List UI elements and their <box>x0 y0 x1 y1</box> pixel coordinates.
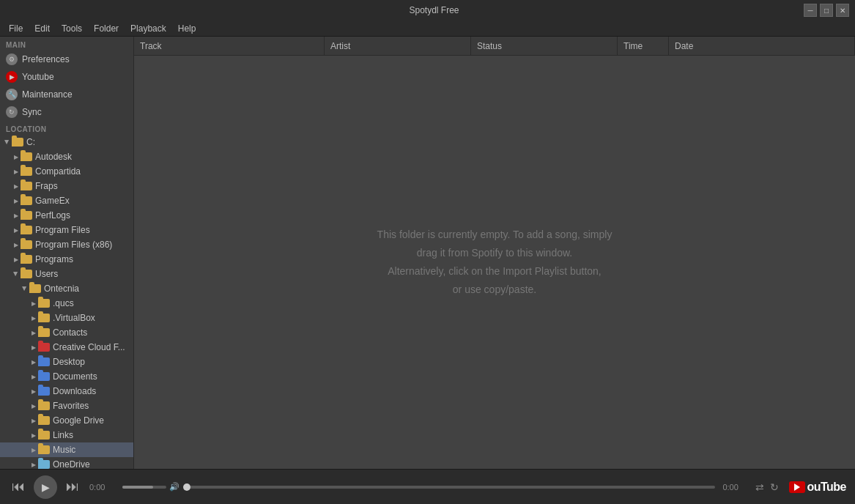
arrow-documents: ▶ <box>29 372 38 381</box>
folder-favorites <box>38 401 50 410</box>
play-button[interactable]: ▶ <box>34 475 57 499</box>
folder-users <box>21 270 32 278</box>
empty-state: This folder is currently empty. To add a… <box>134 56 855 469</box>
tree-gameex[interactable]: ▶ GameEx <box>0 193 133 208</box>
time-end: 0:00 <box>722 483 748 492</box>
youtube-label: Youtube <box>22 72 54 82</box>
player-bar: ⏮ ▶ ⏭ 0:00 🔊 0:00 ⇄ ↻ ouTube <box>0 469 855 504</box>
folder-perflogs <box>21 211 32 220</box>
window-controls[interactable]: ─ □ ✕ <box>804 4 849 17</box>
folder-program-files <box>21 226 32 234</box>
tree-google-drive[interactable]: ▶ Google Drive <box>0 413 133 428</box>
repeat-button[interactable]: ↻ <box>770 481 779 493</box>
tree-perflogs[interactable]: ▶ PerfLogs <box>0 208 133 223</box>
arrow-program-files-x86: ▶ <box>12 240 21 249</box>
sidebar-scroll[interactable]: MAIN ⚙ Preferences ▶ Youtube 🔧 Maintenan… <box>0 37 133 469</box>
tree-program-files-x86[interactable]: ▶ Program Files (x86) <box>0 237 133 252</box>
arrow-virtualbox: ▶ <box>29 314 38 322</box>
minimize-button[interactable]: ─ <box>804 4 817 17</box>
col-status: Status <box>471 37 618 55</box>
tree-programs[interactable]: ▶ Programs <box>0 252 133 267</box>
arrow-google-drive: ▶ <box>29 416 38 425</box>
youtube-logo: ouTube <box>789 481 846 494</box>
tree-compartida[interactable]: ▶ Compartida <box>0 164 133 179</box>
tree-downloads[interactable]: ▶ Downloads <box>0 384 133 399</box>
tree-ontecnia[interactable]: ▶ Ontecnia <box>0 281 133 296</box>
main-layout: MAIN ⚙ Preferences ▶ Youtube 🔧 Maintenan… <box>0 37 855 469</box>
arrow-downloads: ▶ <box>29 387 38 396</box>
arrow-perflogs: ▶ <box>12 211 21 220</box>
menu-help[interactable]: Help <box>172 22 202 35</box>
col-track: Track <box>134 37 325 55</box>
menu-edit[interactable]: Edit <box>29 22 56 35</box>
arrow-creative-cloud: ▶ <box>29 343 38 352</box>
tree-documents[interactable]: ▶ Documents <box>0 369 133 384</box>
folder-ontecnia <box>29 284 41 293</box>
tree-favorites[interactable]: ▶ Favorites <box>0 399 133 413</box>
maximize-button[interactable]: □ <box>820 4 833 17</box>
player-controls: ⏮ ▶ ⏭ <box>9 475 82 499</box>
tree-contacts[interactable]: ▶ Contacts <box>0 325 133 340</box>
prev-button[interactable]: ⏮ <box>9 478 28 496</box>
menu-file[interactable]: File <box>3 22 29 35</box>
tree-users[interactable]: ▶ Users <box>0 267 133 281</box>
sidebar-item-youtube[interactable]: ▶ Youtube <box>0 68 133 86</box>
yt-icon <box>789 481 805 493</box>
folder-music <box>38 445 50 454</box>
close-button[interactable]: ✕ <box>836 4 849 17</box>
tree-desktop[interactable]: ▶ Desktop <box>0 355 133 369</box>
yt-play-triangle <box>794 483 800 491</box>
folder-autodesk <box>21 152 32 161</box>
tree-creative-cloud[interactable]: ▶ Creative Cloud F... <box>0 340 133 355</box>
volume-area: 🔊 <box>122 482 179 492</box>
folder-qucs <box>38 299 50 308</box>
arrow-compartida: ▶ <box>12 167 21 176</box>
folder-icon-c <box>12 138 23 147</box>
arrow-gameex: ▶ <box>12 196 21 205</box>
window-title: Spotydl Free <box>64 5 804 15</box>
tree-autodesk[interactable]: ▶ Autodesk <box>0 149 133 164</box>
folder-google-drive <box>38 416 50 425</box>
arrow-music: ▶ <box>29 445 38 454</box>
folder-downloads <box>38 387 50 396</box>
volume-bar[interactable] <box>122 486 166 489</box>
maintenance-label: Maintenance <box>22 89 73 100</box>
tree-music[interactable]: ▶ Music <box>0 442 133 457</box>
col-artist: Artist <box>325 37 471 55</box>
youtube-icon: ▶ <box>6 71 18 83</box>
main-section-label: MAIN <box>0 37 133 51</box>
next-button[interactable]: ⏭ <box>63 478 82 496</box>
time-start: 0:00 <box>89 483 115 492</box>
arrow-favorites: ▶ <box>29 401 38 410</box>
tree-onedrive[interactable]: ▶ OneDrive <box>0 457 133 469</box>
menu-bar: File Edit Tools Folder Playback Help <box>0 21 855 37</box>
arrow-desktop: ▶ <box>29 357 38 366</box>
arrow-ontecnia: ▶ <box>21 284 29 293</box>
tree-links[interactable]: ▶ Links <box>0 428 133 442</box>
folder-onedrive <box>38 460 50 469</box>
gear-icon: ⚙ <box>6 53 18 65</box>
menu-folder[interactable]: Folder <box>88 22 125 35</box>
arrow-program-files: ▶ <box>12 226 21 234</box>
tree-program-files[interactable]: ▶ Program Files <box>0 223 133 237</box>
shuffle-button[interactable]: ⇄ <box>755 481 764 493</box>
arrow-links: ▶ <box>29 431 38 440</box>
player-extra: ⇄ ↻ <box>755 481 779 493</box>
col-date: Date <box>669 37 855 55</box>
empty-state-text: This folder is currently empty. To add a… <box>377 226 612 300</box>
menu-playback[interactable]: Playback <box>125 22 172 35</box>
progress-thumb <box>183 483 190 491</box>
tree-qucs[interactable]: ▶ .qucs <box>0 296 133 311</box>
title-bar: Spotydl Free ─ □ ✕ <box>0 0 855 21</box>
sidebar-item-maintenance[interactable]: 🔧 Maintenance <box>0 86 133 103</box>
menu-tools[interactable]: Tools <box>56 22 88 35</box>
sidebar-item-preferences[interactable]: ⚙ Preferences <box>0 51 133 68</box>
yt-text: ouTube <box>807 481 846 494</box>
folder-contacts <box>38 328 50 337</box>
tree-virtualbox[interactable]: ▶ .VirtualBox <box>0 311 133 325</box>
sidebar-item-sync[interactable]: ↻ Sync <box>0 103 133 121</box>
sync-label: Sync <box>22 107 42 117</box>
progress-bar[interactable] <box>187 486 715 489</box>
tree-fraps[interactable]: ▶ Fraps <box>0 179 133 193</box>
tree-c-drive[interactable]: ▶ C: <box>0 135 133 149</box>
